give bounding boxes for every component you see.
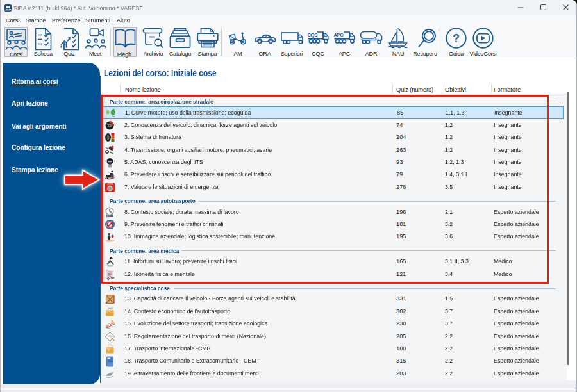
svg-text:CQC: CQC <box>307 32 318 38</box>
svg-text:APC: APC <box>333 32 344 38</box>
svg-text:?: ? <box>453 32 460 45</box>
